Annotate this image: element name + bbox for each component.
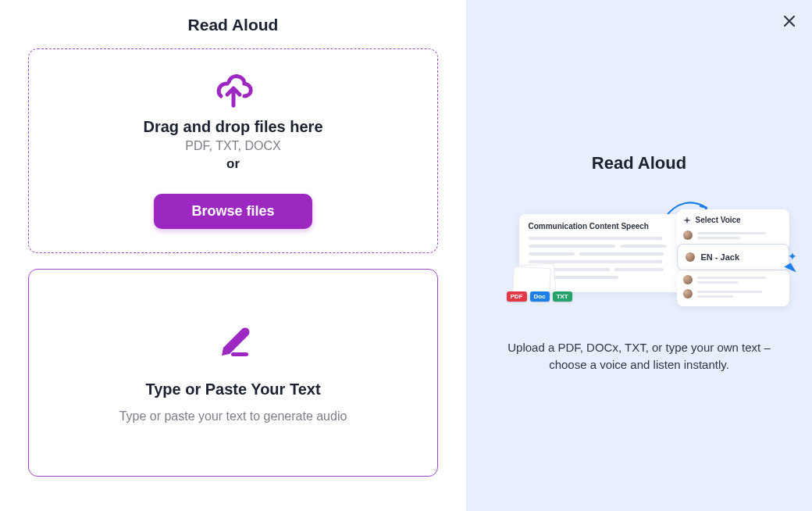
- file-stack-icon: PDF Doc TXT: [507, 264, 561, 298]
- selected-voice-label: EN - Jack: [701, 252, 740, 262]
- content-card-title: Communication Content Speech: [529, 222, 674, 230]
- promo-description: Upload a PDF, DOCx, TXT, or type your ow…: [504, 339, 775, 373]
- selected-voice-card: EN - Jack: [677, 244, 789, 270]
- sparkle-icon: [683, 216, 691, 224]
- text-input-area[interactable]: Type or Paste Your Text Type or paste yo…: [28, 269, 438, 477]
- spark-icon: ✦: [788, 250, 797, 263]
- typebox-heading: Type or Paste Your Text: [29, 381, 437, 398]
- voice-list-card: [677, 270, 789, 306]
- avatar-icon: [683, 230, 693, 240]
- doc-badge: Doc: [530, 291, 550, 302]
- file-dropzone[interactable]: Drag and drop files here PDF, TXT, DOCX …: [28, 48, 438, 253]
- svg-rect-0: [231, 352, 248, 356]
- cloud-upload-icon: [45, 68, 422, 112]
- browse-files-button[interactable]: Browse files: [154, 194, 312, 229]
- read-aloud-panel: Read Aloud Drag and drop files here PDF,…: [0, 0, 466, 511]
- pencil-icon: [29, 318, 437, 357]
- avatar-icon: [686, 252, 695, 262]
- pdf-badge: PDF: [507, 291, 527, 302]
- close-icon: [782, 14, 796, 28]
- dropzone-or: or: [45, 156, 422, 172]
- typebox-placeholder: Type or paste your text to generate audi…: [29, 409, 437, 423]
- promo-illustration: Communication Content Speech PDF Doc TXT…: [490, 206, 789, 320]
- page-title: Read Aloud: [28, 16, 438, 34]
- dropzone-formats: PDF, TXT, DOCX: [45, 139, 422, 153]
- promo-title: Read Aloud: [592, 153, 686, 173]
- voice-row: [683, 230, 783, 240]
- promo-panel: Read Aloud Communication Content Speech …: [466, 0, 812, 511]
- txt-badge: TXT: [553, 291, 572, 302]
- avatar-icon: [683, 289, 693, 298]
- select-voice-label: Select Voice: [696, 216, 741, 224]
- dropzone-heading: Drag and drop files here: [45, 118, 422, 136]
- close-button[interactable]: [779, 11, 800, 34]
- avatar-icon: [683, 275, 693, 284]
